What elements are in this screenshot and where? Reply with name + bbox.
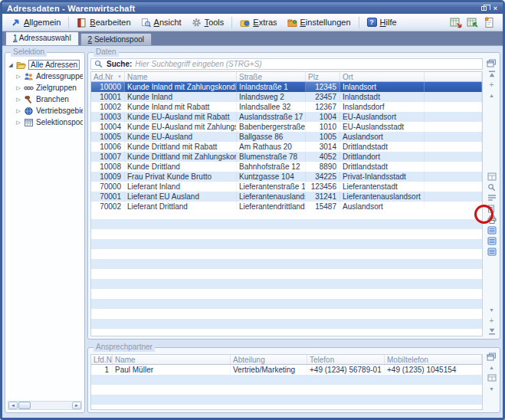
cell-adnr[interactable]: 10005 <box>91 132 125 142</box>
cell-adnr[interactable]: 10000 <box>91 82 125 92</box>
move-up-icon[interactable]: ▲ <box>487 90 497 100</box>
contacts-column-chooser-icon[interactable] <box>487 352 497 361</box>
search-input[interactable] <box>135 60 479 68</box>
cell-name[interactable]: Lieferant Inland <box>125 182 237 192</box>
tree-item-alle-adressen[interactable]: ◢ Alle Adressen <box>8 59 83 71</box>
scroll-left-icon[interactable]: ◄ <box>8 402 18 409</box>
search-bar[interactable]: Suche: <box>90 58 483 70</box>
table-row[interactable]: 10007Kunde Drittland mit Zahlungskonditi… <box>91 152 482 162</box>
cell-strasse[interactable]: Kuntzgasse 104 <box>237 172 306 182</box>
cell-strasse[interactable]: Babenbergerstraße 125 <box>237 122 306 132</box>
scroll-right-icon[interactable]: ► <box>72 402 81 409</box>
cell-plz[interactable]: 12367 <box>306 102 340 112</box>
cell-extra[interactable] <box>425 112 482 122</box>
column-header-mobiltelefon[interactable]: Mobiltelefon <box>385 355 482 364</box>
cell-extra[interactable] <box>425 142 482 152</box>
cell-name[interactable]: Kunde Inland <box>125 92 237 102</box>
cell-strasse[interactable]: Inlandsweg 2 <box>237 92 306 102</box>
column-header-plz[interactable]: Plz <box>306 72 340 81</box>
table-row[interactable]: 70000Lieferant InlandLieferantenstraße 1… <box>91 182 482 192</box>
table-row[interactable]: 10008Kunde DrittlandBahnhofstraße 128890… <box>91 162 482 172</box>
contacts-card-view-icon[interactable] <box>487 373 497 382</box>
tree-expanded-icon[interactable]: ◢ <box>8 62 14 68</box>
table-row[interactable]: 10004Kunde EU-Ausland mit Zahlungskondti… <box>91 122 482 132</box>
close-button[interactable]: × <box>490 4 500 13</box>
cell-plz[interactable]: 8890 <box>306 162 340 172</box>
cell-name[interactable]: Kunde EU-Ausland mit Zahlungskondtionen <box>125 122 237 132</box>
cell-ort[interactable]: Inslandsdorf <box>340 102 425 112</box>
tree-item-zielgruppen[interactable]: ▷ Zielgruppen <box>8 82 83 94</box>
column-header-name[interactable]: Name <box>125 72 237 81</box>
cell-telefon[interactable]: +49 (1234) 56789-01 <box>307 365 385 375</box>
column-header-ort[interactable]: Ort <box>340 72 425 81</box>
list-view-1-icon[interactable] <box>487 225 497 235</box>
column-header-strasse[interactable]: Straße <box>237 72 306 81</box>
cell-name[interactable]: Paul Müller <box>113 365 231 375</box>
cell-ort[interactable]: EU-Auslandsort <box>340 112 425 122</box>
menu-hilfe[interactable]: ? Hilfe <box>362 16 402 28</box>
cell-strasse[interactable]: Lieferantenauslandsweg 2 <box>237 192 306 202</box>
scrollbar-thumb[interactable] <box>18 402 31 409</box>
tree-item-selektionspools[interactable]: ▷ Selektionspools <box>8 116 83 128</box>
cell-ort[interactable]: Inlandsort <box>340 82 425 92</box>
cell-plz[interactable]: 23457 <box>306 92 340 102</box>
cell-plz[interactable]: 4052 <box>306 152 340 162</box>
tree-collapsed-icon[interactable]: ▷ <box>15 74 21 80</box>
cell-strasse[interactable]: Auslandsstraße 17 <box>237 112 306 122</box>
table-row[interactable]: 10001Kunde InlandInlandsweg 223457Inland… <box>91 92 482 102</box>
table-row[interactable]: 10005Kunde EU-AuslandBallgasse 861005Aus… <box>91 132 482 142</box>
cell-adnr[interactable]: 10007 <box>91 152 125 162</box>
tree-item-label[interactable]: Alle Adressen <box>28 60 80 70</box>
cell-strasse[interactable]: Blumenstraße 78 <box>237 152 306 162</box>
tree-item-label[interactable]: Selektionspools <box>36 118 83 126</box>
table-row[interactable]: 10006Kunde Drittland mit RabattAm Rathau… <box>91 142 482 152</box>
search-detail-icon[interactable] <box>487 182 497 192</box>
cell-name[interactable]: Kunde Inland mit Zahlungskondition und L… <box>125 82 237 92</box>
tree-item-label[interactable]: Vertriebsgebiete <box>36 107 83 115</box>
cell-ort[interactable]: Privat-Inlandsstadt <box>340 172 425 182</box>
scroll-bottom-icon[interactable] <box>487 326 497 336</box>
tree-collapsed-icon[interactable]: ▷ <box>15 85 21 91</box>
cell-ort[interactable]: Inlandstadt <box>340 92 425 102</box>
cell-plz[interactable]: 34225 <box>306 172 340 182</box>
cell-ort[interactable]: EU-Auslandsstadt <box>340 122 425 132</box>
cell-extra[interactable] <box>425 92 482 102</box>
cell-plz[interactable]: 1010 <box>306 122 340 132</box>
menu-extras[interactable]: Extras <box>235 16 281 28</box>
table-row[interactable]: 70001Lieferant EU AuslandLieferantenausl… <box>91 192 482 202</box>
cell-name[interactable]: Kunde Drittland mit Rabatt <box>125 142 237 152</box>
column-header-lfdnr[interactable]: Lfd.Nr. <box>91 355 113 364</box>
tree-item-label[interactable]: Adressgruppen <box>36 72 83 80</box>
cell-strasse[interactable]: Inlandstraße 1 <box>237 82 306 92</box>
cell-name[interactable]: Kunde EU-Ausland mit Rabatt <box>125 112 237 122</box>
cell-strasse[interactable]: Inlandsallee 32 <box>237 102 306 112</box>
table-row[interactable]: 10009Frau Privat Kunde BruttoKuntzgasse … <box>91 172 482 182</box>
tree-item-branchen[interactable]: ▷ Branchen <box>8 94 83 105</box>
menu-tools[interactable]: Tools <box>187 16 229 28</box>
contacts-move-down-icon[interactable]: ▼ <box>487 384 497 393</box>
scroll-top-icon[interactable] <box>487 69 497 78</box>
list-edit-icon[interactable] <box>487 193 497 202</box>
tree-collapsed-icon[interactable]: ▷ <box>15 120 21 126</box>
cell-extra[interactable] <box>425 102 482 112</box>
cell-adnr[interactable]: 10001 <box>91 92 125 102</box>
export-document-icon[interactable] <box>487 204 497 213</box>
cell-plz[interactable]: 12345 <box>306 82 340 92</box>
insert-row-icon[interactable]: + <box>487 80 497 89</box>
cell-plz[interactable]: 31241 <box>306 192 340 202</box>
cell-adnr[interactable]: 10006 <box>91 142 125 152</box>
cell-strasse[interactable]: Ballgasse 86 <box>237 132 306 142</box>
cell-adnr[interactable]: 10002 <box>91 102 125 112</box>
tab-adressauswahl[interactable]: 1 Adressauswahl <box>5 31 79 45</box>
cell-abteilung[interactable]: Vertrieb/Marketing <box>231 365 307 375</box>
menu-einstellungen[interactable]: Einstellungen <box>283 16 356 28</box>
tree-item-label[interactable]: Zielgruppen <box>36 84 77 92</box>
cell-name[interactable]: Kunde Inland mit Rabatt <box>125 102 237 112</box>
cell-plz[interactable]: 1005 <box>306 132 340 142</box>
cell-ort[interactable]: Drittlandort <box>340 152 425 162</box>
cell-plz[interactable]: 1004 <box>306 112 340 122</box>
list-view-2-icon[interactable] <box>487 236 497 245</box>
cell-adnr[interactable]: 10003 <box>91 112 125 122</box>
cell-name[interactable]: Kunde EU-Ausland <box>125 132 237 142</box>
cell-name[interactable]: Kunde Drittland mit Zahlungskonditionen <box>125 152 237 162</box>
